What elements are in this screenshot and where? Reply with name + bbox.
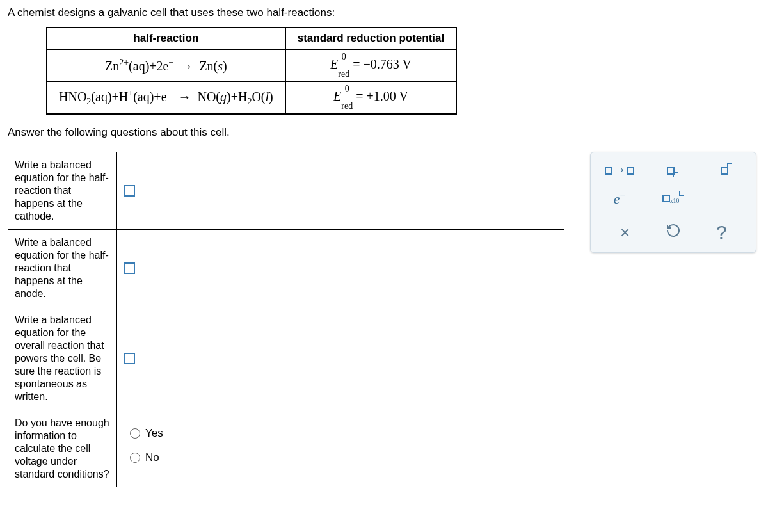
intro-text: A chemist designs a galvanic cell that u… [8,6,760,19]
radio-yes-label: Yes [145,427,163,440]
equation-placeholder-icon[interactable] [124,262,135,274]
radio-icon[interactable] [130,453,140,463]
equation-placeholder-icon[interactable] [124,185,135,197]
potential-1: E0red = −0.763 V [285,49,457,81]
radio-no[interactable]: No [130,451,557,464]
reaction-1: Zn2+(aq)+2e− → Zn(s) [47,49,285,81]
sci-notation-button[interactable]: x10 [655,193,692,204]
answer-table: Write a balanced equation for the half-r… [8,152,564,487]
subscript-button[interactable] [655,161,692,178]
q2-input-cell[interactable] [117,229,564,307]
q3-input-cell[interactable] [117,307,564,410]
followup-text: Answer the following questions about thi… [8,126,760,139]
equation-placeholder-icon[interactable] [124,353,135,364]
reset-button[interactable] [660,223,686,243]
q2-label: Write a balanced equation for the half-r… [8,229,117,307]
radio-no-label: No [145,451,159,464]
clear-button[interactable]: × [612,223,638,243]
half-reactions-table: half-reaction standard reduction potenti… [46,27,457,115]
header-potential: standard reduction potential [285,28,457,49]
help-button[interactable]: ? [708,222,734,243]
q3-label: Write a balanced equation for the overal… [8,307,117,410]
potential-2: E0red = +1.00 V [285,81,457,113]
equation-tool-panel: → e− x10 . × ? [590,152,756,253]
reaction-2: HNO2(aq)+H+(aq)+e− → NO(g)+H2O(l) [47,81,285,113]
q4-input-cell: Yes No [117,410,564,487]
radio-yes[interactable]: Yes [130,427,557,440]
q4-label: Do you have enough information to calcul… [8,410,117,487]
yields-arrow-button[interactable]: → [601,161,638,178]
superscript-button[interactable] [708,161,746,178]
electron-button[interactable]: e− [601,189,638,207]
header-half-reaction: half-reaction [47,28,285,49]
q1-label: Write a balanced equation for the half-r… [8,152,117,229]
radio-icon[interactable] [130,428,140,439]
q1-input-cell[interactable] [117,152,564,229]
